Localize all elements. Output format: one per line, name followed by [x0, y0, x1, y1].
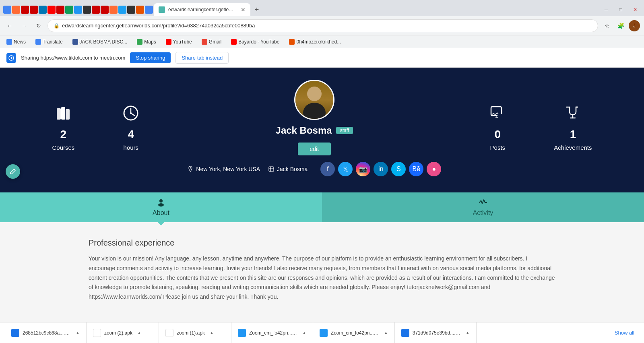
- bookmark-gmail[interactable]: Gmail: [199, 38, 224, 46]
- download-filename: Zoom_cm_fo42pn....exe: [331, 330, 379, 336]
- active-tab[interactable]: edwardslearningcenter.getlearnworlds.com…: [154, 3, 250, 16]
- download-chevron-icon[interactable]: ▲: [137, 331, 141, 335]
- social-icons: f 𝕏 📷 in S Bē ●: [320, 162, 441, 176]
- bookmark-youtube[interactable]: YouTube: [163, 38, 194, 46]
- tab-about-label: About: [153, 209, 169, 217]
- behance-icon[interactable]: Bē: [409, 162, 423, 176]
- browser-frame: edwardslearningcenter.getlearnworlds.com…: [0, 0, 644, 68]
- minimize-button[interactable]: ─: [601, 4, 612, 15]
- url-text: edwardslearningcenter.getlearnworlds.com…: [62, 23, 255, 29]
- download-chevron-icon[interactable]: ▲: [302, 331, 306, 335]
- website-text: Jack Bosma: [277, 166, 308, 172]
- stat-courses: 2 Courses: [28, 105, 99, 151]
- linkedin-icon[interactable]: in: [374, 162, 388, 176]
- tab-activity[interactable]: Activity: [322, 192, 644, 222]
- lock-icon: 🔒: [54, 23, 60, 29]
- download-item-2: zoom (1).apk ▲: [159, 322, 231, 343]
- forward-button[interactable]: →: [19, 20, 30, 31]
- tab-activity-label: Activity: [473, 209, 493, 217]
- avatar: [294, 80, 334, 120]
- staff-badge: staff: [336, 127, 353, 134]
- show-all-button[interactable]: Show all: [610, 327, 639, 338]
- bookmark-translate[interactable]: Translate: [33, 38, 65, 46]
- download-chevron-icon[interactable]: ▲: [76, 331, 80, 335]
- bookmark-label: YouTube: [173, 39, 192, 45]
- svg-rect-3: [66, 109, 70, 120]
- back-button[interactable]: ←: [4, 20, 15, 31]
- profile-bio: Your vision is our mission! Any language…: [89, 254, 555, 302]
- bookmarks-bar: News Translate JACK BOSMA DISC... Maps Y…: [0, 35, 644, 48]
- svg-rect-13: [497, 114, 504, 120]
- skype-icon[interactable]: S: [391, 162, 406, 176]
- about-icon: [157, 198, 165, 207]
- stop-sharing-button[interactable]: Stop sharing: [130, 52, 171, 63]
- stat-hours: 4 hours: [99, 105, 163, 151]
- achievements-icon: [565, 105, 581, 125]
- extension-icon[interactable]: 🧩: [615, 20, 626, 31]
- stats-row: 2 Courses 4 hours: [0, 80, 644, 176]
- svg-point-10: [190, 167, 191, 169]
- instagram-icon[interactable]: 📷: [356, 162, 370, 176]
- bookmark-favicon: [6, 39, 12, 45]
- svg-rect-1: [57, 108, 61, 120]
- bookmark-label: Maps: [144, 39, 156, 45]
- svg-point-8: [307, 87, 322, 101]
- tab-title: edwardslearningcenter.getlearnworlds.com: [168, 7, 236, 12]
- close-button[interactable]: ✕: [630, 4, 641, 15]
- bookmark-other[interactable]: 0h4mozeixrknkhed...: [287, 38, 343, 46]
- bookmark-jack-bosma[interactable]: JACK BOSMA DISC...: [70, 38, 130, 46]
- location-text: New York, New York USA: [196, 166, 260, 172]
- tab-about[interactable]: About: [0, 192, 322, 222]
- download-file-icon: [401, 329, 409, 337]
- bookmark-maps[interactable]: Maps: [134, 38, 158, 46]
- bookmark-star-icon[interactable]: ☆: [601, 20, 613, 31]
- download-filename: 268512bc9c868a....mp4: [23, 330, 71, 336]
- posts-count: 0: [495, 128, 501, 141]
- address-bar[interactable]: 🔒 edwardslearningcenter.getlearnworlds.c…: [47, 19, 598, 32]
- profile-icon[interactable]: J: [629, 20, 640, 31]
- achievements-label: Achievements: [554, 144, 592, 151]
- bookmark-label: Bayardo - YouTube: [238, 39, 279, 45]
- download-item-3: Zoom_cm_fo42pn....exe ▲: [231, 322, 313, 343]
- bookmark-news[interactable]: News: [4, 38, 28, 46]
- download-file-icon: [238, 329, 246, 337]
- floating-edit-button[interactable]: [6, 164, 20, 179]
- bookmark-bayardo[interactable]: Bayardo - YouTube: [229, 38, 282, 46]
- twitter-icon[interactable]: 𝕏: [338, 162, 353, 176]
- new-tab-button[interactable]: +: [251, 4, 262, 15]
- share-tab-button[interactable]: Share tab instead: [175, 52, 229, 64]
- achievements-count: 1: [570, 128, 576, 141]
- download-item-0: 268512bc9c868a....mp4 ▲: [5, 322, 87, 343]
- bookmark-label: JACK BOSMA DISC...: [80, 39, 128, 45]
- download-chevron-icon[interactable]: ▲: [466, 331, 470, 335]
- download-bar: 268512bc9c868a....mp4 ▲ zoom (2).apk ▲ z…: [0, 322, 644, 343]
- svg-point-17: [158, 203, 164, 207]
- bookmark-favicon: [72, 39, 78, 45]
- download-item-4: Zoom_cm_fo42pn....exe ▲: [313, 322, 395, 343]
- download-item-1: zoom (2).apk ▲: [87, 322, 159, 343]
- refresh-button[interactable]: ↻: [33, 20, 44, 31]
- svg-point-16: [159, 199, 163, 202]
- tab-close-button[interactable]: ✕: [241, 6, 246, 13]
- sharing-text: Sharing https://www.tiktok.com to meetn.…: [21, 55, 125, 61]
- bookmark-label: News: [14, 39, 26, 45]
- download-chevron-icon[interactable]: ▲: [384, 331, 388, 335]
- bookmark-favicon: [35, 39, 41, 45]
- avatar-section: Jack Bosma staff edit New York, New York…: [163, 80, 465, 176]
- svg-point-7: [130, 112, 132, 114]
- dribbble-icon[interactable]: ●: [427, 162, 441, 176]
- posts-label: Posts: [490, 144, 506, 151]
- sharing-icon: [6, 53, 16, 63]
- bookmark-favicon: [137, 39, 142, 45]
- facebook-icon[interactable]: f: [320, 162, 335, 176]
- bookmark-label: Translate: [43, 39, 63, 45]
- download-chevron-icon[interactable]: ▲: [210, 331, 214, 335]
- download-file-icon: [320, 329, 328, 337]
- stat-achievements: 1 Achievements: [530, 105, 616, 151]
- download-file-icon: [165, 329, 173, 337]
- nav-bar: ← → ↻ 🔒 edwardslearningcenter.getlearnwo…: [0, 16, 644, 35]
- maximize-button[interactable]: □: [615, 4, 626, 15]
- courses-icon: [55, 105, 71, 125]
- edit-profile-button[interactable]: edit: [298, 143, 331, 155]
- download-file-icon: [93, 329, 101, 337]
